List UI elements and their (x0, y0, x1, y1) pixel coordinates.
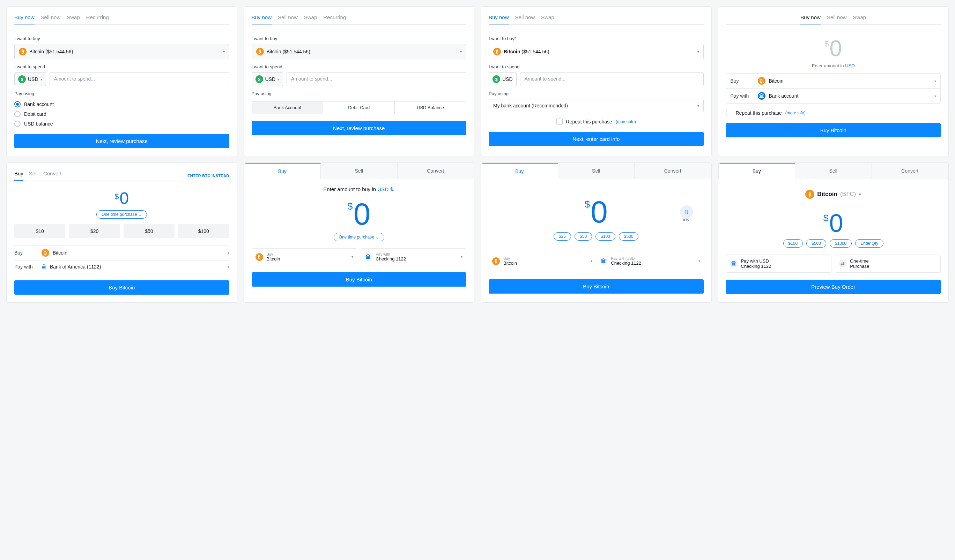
seg-debit-card[interactable]: Debit Card (323, 101, 395, 114)
enter-btc-link[interactable]: ENTER BTC INSTEAD (188, 174, 229, 178)
tab-convert[interactable]: Convert (634, 163, 711, 179)
next-button[interactable]: Next, enter card info (488, 132, 704, 146)
preview-button[interactable]: Preview Buy Order (726, 280, 941, 294)
swap-currency-button[interactable]: ⇅ BTC (680, 205, 693, 218)
frequency-pill[interactable]: One time purchase ⌄ (334, 233, 384, 241)
amount-display[interactable]: $ 0 (726, 37, 941, 59)
card-preview-order: Buy Sell Convert ₿ Bitcoin (BTC) ▾ $ 0 $… (718, 162, 949, 303)
asset-select[interactable]: ₿ Bitcoin ($51,544.56) ▾ (14, 44, 229, 59)
chip-10[interactable]: $10 (14, 224, 65, 238)
repeat-label: Repeat this purchase (566, 119, 612, 125)
tab-buy-now[interactable]: Buy now (488, 14, 509, 24)
tab-sell-now[interactable]: Sell now (41, 14, 61, 24)
pay-with-select[interactable]: Pay with USDChecking 1122 (726, 254, 832, 273)
more-info-link[interactable]: (more info) (616, 119, 636, 124)
radio-icon (14, 101, 20, 108)
tab-buy[interactable]: Buy (14, 170, 23, 181)
currency-select[interactable]: $ USD ▾ (252, 72, 283, 86)
currency-link[interactable]: USD ⇅ (377, 186, 395, 192)
repeat-checkbox[interactable] (556, 119, 563, 125)
asset-select[interactable]: ₿ Bitcoin ($51,544.56) ▾ (252, 44, 467, 59)
amount-display[interactable]: $ 0 (252, 199, 467, 229)
asset-select[interactable]: ₿ Bitcoin (BTC) ▾ (726, 190, 941, 199)
tab-buy-now[interactable]: Buy now (800, 14, 820, 24)
tab-buy[interactable]: Buy (481, 163, 558, 179)
buy-select[interactable]: Buy ₿ Bitcoin ▾ (14, 245, 229, 261)
pay-with-select[interactable]: Pay withChecking 1122 ▾ (360, 248, 467, 265)
radio-debit-card[interactable]: Debit card (14, 111, 229, 117)
tab-recurring[interactable]: Recurring (323, 14, 346, 24)
tab-sell[interactable]: Sell (795, 163, 872, 179)
pay-with-select[interactable]: Pay with Bank of America (1122) ▾ (14, 261, 229, 273)
buy-select[interactable]: Buy ₿ Bitcoin ▾ (726, 73, 941, 89)
pay-with-select[interactable]: Pay with Bank account ▾ (726, 89, 941, 103)
chevron-down-icon: ⌄ (138, 212, 142, 217)
buy-select[interactable]: ₿ BuyBitcoin ▾ (252, 248, 357, 265)
currency-select[interactable]: $ USD (488, 72, 517, 86)
currency-link[interactable]: USD (845, 63, 855, 69)
chip-100[interactable]: $100 (178, 224, 229, 238)
tab-sell[interactable]: Sell (558, 163, 635, 179)
pill-500[interactable]: $500 (619, 232, 639, 240)
buy-button[interactable]: Buy Bitcoin (488, 279, 704, 293)
tab-swap[interactable]: Swap (853, 14, 866, 24)
tab-sell-now[interactable]: Sell now (827, 14, 847, 24)
radio-bank-account[interactable]: Bank account (14, 101, 229, 108)
tab-sell[interactable]: Sell (321, 163, 398, 179)
radio-usd-balance[interactable]: USD balance (14, 121, 229, 127)
frequency-pill[interactable]: One time purchase ⌄ (96, 210, 147, 218)
pill-100[interactable]: $100 (595, 232, 615, 240)
asset-select[interactable]: ₿ Bitcoin ($51,544.56) ▾ (488, 44, 704, 59)
buy-select[interactable]: ₿ BuyBitcoin ▾ (488, 253, 596, 269)
currency-select[interactable]: $ USD ▾ (14, 72, 46, 86)
pill-25[interactable]: $25 (554, 232, 571, 240)
chip-20[interactable]: $20 (69, 224, 120, 238)
pay-with-select[interactable]: Pay with USDChecking 1122 ▾ (596, 253, 703, 269)
amount-display[interactable]: $ 0 (14, 190, 229, 207)
tab-swap[interactable]: Swap (304, 14, 317, 24)
pill-500[interactable]: $500 (806, 239, 826, 248)
buy-button[interactable]: Buy Bitcoin (252, 272, 467, 287)
amount-display[interactable]: $ 0 ⇅ BTC (499, 197, 693, 227)
seg-bank-account[interactable]: Bank Account (252, 101, 324, 114)
seg-usd-balance[interactable]: USD Balance (395, 101, 466, 114)
repeat-checkbox[interactable] (726, 110, 732, 116)
tab-convert[interactable]: Convert (43, 170, 62, 181)
amount-value: 0 (590, 197, 608, 227)
tab-convert[interactable]: Convert (398, 163, 474, 179)
tab-recurring[interactable]: Recurring (86, 14, 109, 24)
bank-icon (730, 260, 737, 267)
card-inline-tabs: Buy Sell Convert ENTER BTC INSTEAD $ 0 O… (6, 162, 237, 303)
tab-convert[interactable]: Convert (872, 163, 948, 179)
tab-buy-now[interactable]: Buy now (252, 14, 272, 24)
tab-swap[interactable]: Swap (541, 14, 554, 24)
pill-100[interactable]: $100 (783, 239, 803, 248)
pay-method-select[interactable]: My bank account (Recommended) ▾ (488, 99, 704, 112)
tab-buy-now[interactable]: Buy now (14, 14, 34, 24)
tab-sell-now[interactable]: Sell now (515, 14, 535, 24)
tab-buy[interactable]: Buy (244, 163, 321, 179)
next-button[interactable]: Next, review purchase (252, 121, 467, 135)
pill-1000[interactable]: $1000 (830, 239, 852, 248)
buy-button[interactable]: Buy Bitcoin (14, 280, 229, 295)
amount-display[interactable]: $ 0 (726, 211, 941, 236)
tab-sell-now[interactable]: Sell now (278, 14, 298, 24)
amount-input[interactable]: Amount to spend... (520, 72, 704, 86)
pill-enter-qty[interactable]: Enter Qty (855, 239, 883, 248)
repeat-label: Repeat this purchase (736, 110, 782, 116)
next-button[interactable]: Next, review purchase (14, 134, 229, 148)
tab-buy[interactable]: Buy (719, 163, 795, 179)
more-info-link[interactable]: (more info) (785, 111, 806, 115)
bitcoin-icon: ₿ (256, 48, 264, 55)
chip-50[interactable]: $50 (124, 224, 175, 238)
amount-input[interactable]: Amount to spend... (50, 72, 229, 86)
buy-button[interactable]: Buy Bitcoin (726, 123, 941, 137)
tab-sell[interactable]: Sell (29, 170, 38, 181)
repeat-row: Repeat this purchase (more info) (726, 110, 941, 116)
chevron-down-icon: ▾ (352, 255, 353, 259)
amount-input[interactable]: Amount to spend... (286, 72, 467, 86)
frequency-select[interactable]: One-timePurchase (835, 254, 941, 273)
tab-swap[interactable]: Swap (67, 14, 80, 24)
repeat-row: Repeat this purchase (more info) (488, 119, 704, 125)
pill-50[interactable]: $50 (575, 232, 592, 240)
